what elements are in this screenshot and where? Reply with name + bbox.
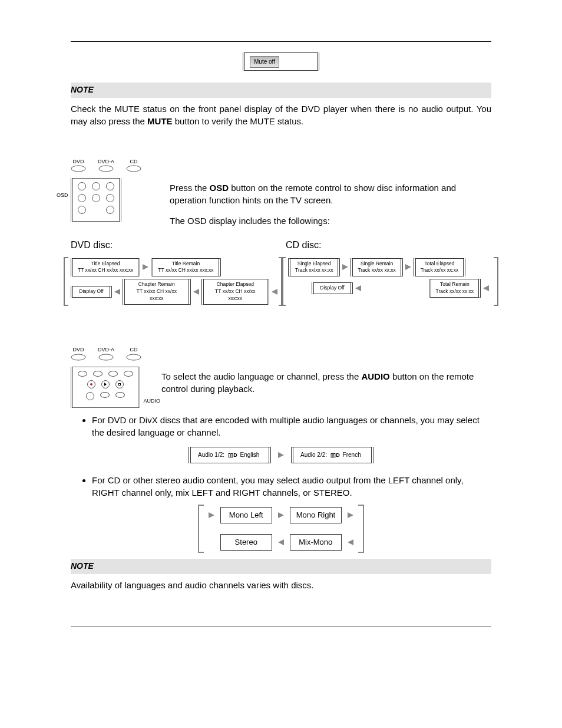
remote-osd-snippet: OSD [71, 178, 121, 222]
svg-point-0 [71, 166, 85, 172]
mute-off-label: Mute off [250, 56, 279, 68]
audio-pointer-label: AUDIO [143, 397, 160, 405]
badge-dvd-2: DVD [71, 346, 86, 361]
badge-dvda-2: DVD-A [98, 346, 114, 361]
osd-para-2: The OSD display includes the followings: [170, 215, 491, 227]
svg-point-3 [71, 354, 85, 360]
badge-dvd: DVD [71, 158, 86, 173]
disc-type-badges-audio: DVD DVD-A CD [71, 346, 491, 361]
badge-cd: CD [126, 158, 141, 173]
osd-pointer-label: OSD [57, 192, 68, 199]
osd-para-1: Press the OSD button on the remote contr… [170, 182, 491, 206]
audio-para-1: To select the audio language or channel,… [161, 370, 491, 395]
note-heading-1: NOTE [71, 83, 491, 98]
note-heading-2: NOTE [71, 559, 491, 574]
svg-point-2 [127, 166, 141, 172]
note-1-text: Check the MUTE status on the front panel… [71, 103, 491, 127]
dvd-disc-heading: DVD disc: [71, 239, 286, 252]
svg-point-5 [127, 354, 141, 360]
remote-audio-snippet: AUDIO [71, 367, 140, 408]
svg-point-1 [99, 166, 113, 172]
note-2-text: Availability of languages and audio chan… [71, 579, 491, 591]
audio-bullet-1: For DVD or DivX discs that are encoded w… [92, 414, 491, 439]
svg-point-4 [99, 354, 113, 360]
audio-bullet-2: For CD or other stereo audio content, yo… [92, 474, 491, 499]
cd-disc-heading: CD disc: [286, 239, 491, 252]
cd-osd-flow: Single ElapsedTrack xx/xx xx:xx Single R… [288, 256, 491, 307]
mute-off-display: Mute off [71, 52, 491, 71]
dvd-osd-flow: Title ElapsedTT xx/xx CH xx/xx xxx:xx Ti… [71, 256, 280, 307]
disc-type-badges-osd: DVD DVD-A CD [71, 158, 491, 173]
language-flow-demo: Audio 1/2: ▯▯ D English Audio 2/2: ▯▯ D … [71, 447, 491, 463]
badge-cd-2: CD [126, 346, 141, 361]
mono-flow-demo: Mono LeftMono Right StereoMix-Mono [71, 505, 491, 553]
badge-dvda: DVD-A [98, 158, 114, 173]
